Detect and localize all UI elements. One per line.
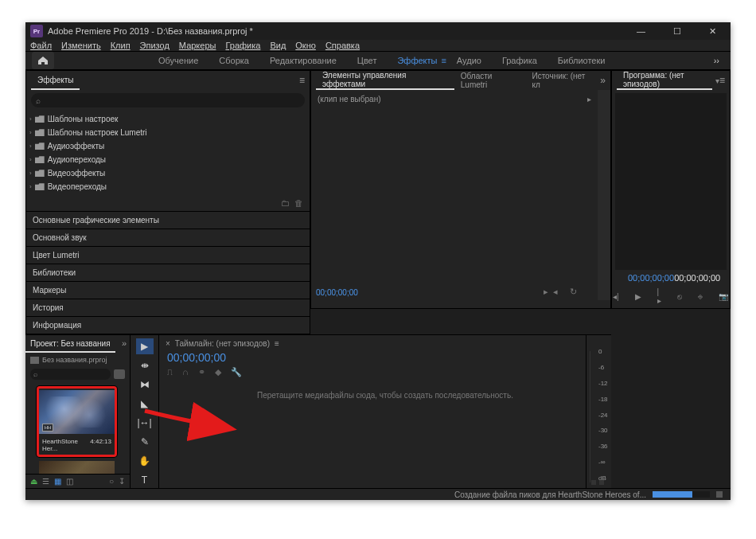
collapsed-panels: Основные графические элементы Основной з… xyxy=(26,211,310,334)
extract-button[interactable]: ⎆ xyxy=(698,292,703,301)
panel-menu-icon[interactable]: ≡ xyxy=(299,75,305,86)
timeline-timecode[interactable]: 00;00;00;00 xyxy=(159,351,611,364)
menu-clip[interactable]: Клип xyxy=(111,41,131,50)
sort-button[interactable]: ↧ xyxy=(119,477,125,486)
tab-timeline[interactable]: Таймлайн: (нет эпизодов) xyxy=(175,339,270,348)
program-timecode-right: 00;00;00;00 xyxy=(674,273,720,283)
workspace-effects[interactable]: Эффекты xyxy=(387,56,447,65)
menu-window[interactable]: Окно xyxy=(295,41,316,50)
delete-button[interactable]: 🗑 xyxy=(294,198,303,208)
project-clip-item[interactable]: HH HearthStone Her... 4:42:13 xyxy=(37,386,117,457)
panel-menu-icon[interactable]: ≡ xyxy=(719,75,725,86)
panel-lumetri-color[interactable]: Цвет Lumetri xyxy=(26,246,310,264)
panel-essential-sound[interactable]: Основной звук xyxy=(26,228,310,246)
freeform-view-button[interactable]: ◫ xyxy=(66,477,73,486)
workspace-assembly[interactable]: Сборка xyxy=(208,56,259,65)
effects-search-input[interactable]: ⌕ xyxy=(31,93,305,107)
zoom-slider[interactable]: ○ xyxy=(109,477,114,486)
panel-libraries[interactable]: Библиотеки xyxy=(26,264,310,281)
panel-menu-icon[interactable]: ≡ xyxy=(275,339,279,348)
workspace-libraries[interactable]: Библиотеки xyxy=(548,56,616,65)
bin-icon xyxy=(30,357,39,364)
step-forward-button[interactable]: |▸ xyxy=(657,287,661,305)
maximize-button[interactable]: ☐ xyxy=(659,22,695,40)
new-bin-button[interactable]: 🗀 xyxy=(281,198,290,208)
tab-effect-controls[interactable]: Элементы управления эффектами xyxy=(316,71,454,90)
icon-view-button[interactable]: ▦ xyxy=(54,477,61,486)
effect-controls-scrollbar[interactable] xyxy=(598,90,610,300)
folder-icon xyxy=(35,183,45,190)
panel-info[interactable]: Информация xyxy=(26,316,310,334)
panel-menu-icon[interactable]: » xyxy=(600,75,606,86)
program-monitor-view[interactable] xyxy=(615,93,727,270)
right-side-column: Эффекты ≡ ⌕ ›Шаблоны настроек ›Шаблоны н… xyxy=(25,70,310,334)
panel-history[interactable]: История xyxy=(26,299,310,316)
tab-project[interactable]: Проект: Без названия xyxy=(25,335,115,353)
clip-thumbnail: HH xyxy=(39,390,115,434)
type-tool[interactable]: T xyxy=(136,472,154,488)
clip-format-badge: HH xyxy=(42,424,53,432)
search-icon: ⌕ xyxy=(36,96,41,105)
lock-icon[interactable]: ⏏ xyxy=(30,477,37,486)
tab-program[interactable]: Программа: (нет эпизодов) xyxy=(617,71,712,90)
statusbar: Создание файла пиков для HearthStone Her… xyxy=(25,488,731,500)
list-view-button[interactable]: ☰ xyxy=(42,477,49,486)
home-button[interactable] xyxy=(32,52,54,69)
clip-duration: 4:42:13 xyxy=(90,438,111,452)
program-transport-controls: {▸ ◂} ◂| ▶ |▸ ⎋ ⎆ 📷 + xyxy=(612,283,730,308)
menu-graphics[interactable]: Графика xyxy=(225,41,260,50)
menu-markers[interactable]: Маркеры xyxy=(179,41,216,50)
home-icon xyxy=(37,56,49,65)
effects-folder[interactable]: ›Аудиоэффекты xyxy=(29,139,306,153)
program-timecode-left[interactable]: 00;00;00;00 xyxy=(628,273,674,283)
workspace-overflow-button[interactable]: ›​› xyxy=(703,56,731,65)
app-logo-icon: Pr xyxy=(30,25,43,37)
menu-sequence[interactable]: Эпизод xyxy=(140,41,170,50)
menu-file[interactable]: Файл xyxy=(30,41,52,50)
window-title: Adobe Premiere Pro 2019 - D:\Без названи… xyxy=(48,26,623,36)
folder-icon xyxy=(35,115,45,123)
audio-meter: 0 -6 -12 -18 -24 -30 -36 -∞ dB xyxy=(586,335,611,488)
hand-tool[interactable]: ✋ xyxy=(136,453,154,469)
program-monitor-panel: Программа: (нет эпизодов) ▾ ≡ 00;00;00;0… xyxy=(611,70,731,309)
project-footer: ⏏ ☰ ▦ ◫ ○ ↧ xyxy=(25,474,130,488)
folder-icon xyxy=(35,170,45,177)
effects-folder[interactable]: ›Видеоэффекты xyxy=(29,166,306,180)
close-button[interactable]: ✕ xyxy=(695,22,731,40)
panel-markers[interactable]: Маркеры xyxy=(26,281,310,299)
titlebar: Pr Adobe Premiere Pro 2019 - D:\Без назв… xyxy=(25,22,731,40)
step-back-button[interactable]: ◂| xyxy=(613,292,619,301)
effects-folder[interactable]: ›Шаблоны настроек Lumetri xyxy=(29,126,306,139)
workspace-learning[interactable]: Обучение xyxy=(148,56,208,65)
folder-icon xyxy=(35,156,45,163)
effect-controls-timecode[interactable]: 00;00;00;00 xyxy=(316,288,358,297)
tab-source[interactable]: Источник: (нет кл xyxy=(525,71,600,90)
effects-folder[interactable]: ›Аудиопереходы xyxy=(29,153,306,166)
menu-help[interactable]: Справка xyxy=(325,41,360,50)
tab-effects-panel[interactable]: Эффекты xyxy=(31,71,80,90)
export-frame-button[interactable]: 📷 xyxy=(719,292,728,301)
folder-icon xyxy=(35,143,45,150)
menu-view[interactable]: Вид xyxy=(270,41,286,50)
project-search-input[interactable]: ⌕ xyxy=(30,369,111,380)
menu-edit[interactable]: Изменить xyxy=(61,41,101,50)
workspace-color[interactable]: Цвет xyxy=(347,56,388,65)
workspace-audio[interactable]: Аудио xyxy=(446,56,492,65)
minimize-button[interactable]: — xyxy=(623,22,659,40)
effect-controls-footer-icons: ▸◂ ↻ xyxy=(544,287,582,297)
panel-overflow-icon[interactable]: » xyxy=(122,338,127,348)
panel-essential-graphics[interactable]: Основные графические элементы xyxy=(26,211,310,228)
selection-tool[interactable]: ▶ xyxy=(136,338,154,354)
effects-folder[interactable]: ›Шаблоны настроек xyxy=(29,112,306,126)
cancel-task-button[interactable] xyxy=(716,491,723,498)
effect-controls-empty-label: (клип не выбран) xyxy=(318,95,381,104)
effect-controls-panel: Элементы управления эффектами Области Lu… xyxy=(310,70,611,309)
tab-lumetri-scopes[interactable]: Области Lumetri xyxy=(454,71,526,90)
effects-folder[interactable]: ›Видеопереходы xyxy=(29,180,306,193)
lift-button[interactable]: ⎋ xyxy=(677,292,682,301)
play-button[interactable]: ▶ xyxy=(635,292,641,301)
close-tab-icon[interactable]: × xyxy=(166,339,170,348)
workspace-editing[interactable]: Редактирование xyxy=(259,56,347,65)
workspace-graphics[interactable]: Графика xyxy=(492,56,548,65)
status-text: Создание файла пиков для HearthStone Her… xyxy=(454,490,646,499)
